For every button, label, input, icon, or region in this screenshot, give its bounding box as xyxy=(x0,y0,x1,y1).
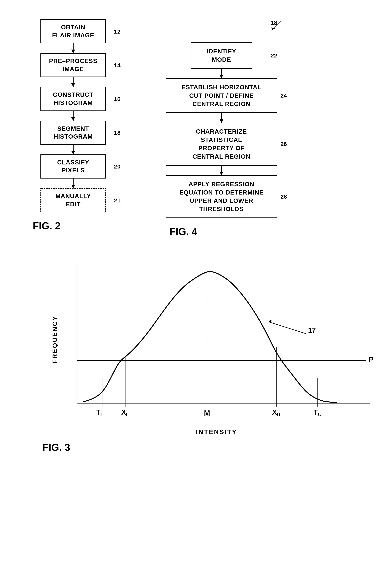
fig2-container: OBTAIN FLAIR IMAGE 12 PRE–PROCESS IMAGE … xyxy=(27,19,119,231)
manually-edit-label: 21 xyxy=(114,196,121,204)
fig4-arrow-indicator xyxy=(266,19,289,33)
tl-label: TL xyxy=(96,408,103,417)
fig2-caption: FIG. 2 xyxy=(27,220,60,231)
fig3-chart-svg: P TL xyxy=(42,253,379,426)
svg-line-15 xyxy=(269,322,306,334)
identify-mode-text: IDENTIFY MODE xyxy=(207,48,236,63)
chart-area: FREQUENCY xyxy=(42,253,379,426)
arrow-3 xyxy=(73,111,74,121)
fig3-section: FREQUENCY xyxy=(15,253,368,453)
pre-process-label: 14 xyxy=(114,61,121,69)
arrow-5 xyxy=(73,179,74,188)
apply-regression-text: APPLY REGRESSION EQUATION TO DETERMINE U… xyxy=(179,181,264,213)
establish-horizontal-box: ESTABLISH HORIZONTAL CUT POINT / DEFINE … xyxy=(166,78,277,113)
fig3-caption: FIG. 3 xyxy=(27,441,368,453)
segment-histogram-box: SEGMENT HISTOGRAM 18 xyxy=(40,121,106,145)
manually-edit-box: MANUALLY EDIT 21 xyxy=(40,188,106,212)
curve-label: 17 xyxy=(308,326,316,334)
characterize-statistical-text: CHARACTERIZE STATISTICAL PROPERTY OF CEN… xyxy=(192,128,250,160)
manually-edit-text: MANUALLY EDIT xyxy=(56,193,91,208)
apply-regression-box: APPLY REGRESSION EQUATION TO DETERMINE U… xyxy=(166,175,277,218)
fig4-arrow-2 xyxy=(221,113,222,123)
fig2-flowchart: OBTAIN FLAIR IMAGE 12 PRE–PROCESS IMAGE … xyxy=(40,19,106,212)
fig4-arrow-3 xyxy=(221,166,222,175)
identify-mode-box: IDENTIFY MODE xyxy=(191,42,252,69)
tu-label: TU xyxy=(314,408,322,417)
classify-pixels-box: CLASSIFY PIXELS 20 xyxy=(40,154,106,179)
construct-histogram-text: CONSTRUCT HISTOGRAM xyxy=(53,91,93,106)
xl-label: XL xyxy=(121,408,129,417)
classify-pixels-text: CLASSIFY PIXELS xyxy=(57,159,89,174)
segment-histogram-label: 18 xyxy=(114,129,121,136)
figures-top-row: OBTAIN FLAIR IMAGE 12 PRE–PROCESS IMAGE … xyxy=(15,12,368,237)
fig4-container: 18 IDENTIFY MODE 22 xyxy=(154,19,289,237)
classify-pixels-label: 20 xyxy=(114,163,121,170)
p-label: P xyxy=(369,356,374,364)
pre-process-text: PRE–PROCESS IMAGE xyxy=(49,58,97,72)
obtain-flair-text: OBTAIN FLAIR IMAGE xyxy=(52,24,94,39)
xu-label: XU xyxy=(272,408,281,417)
m-label: M xyxy=(204,409,210,417)
fig4-arrow-1 xyxy=(221,69,222,78)
fig4-caption: FIG. 4 xyxy=(154,226,197,237)
establish-horizontal-label: 24 xyxy=(281,92,287,99)
obtain-flair-box: OBTAIN FLAIR IMAGE 12 xyxy=(40,19,106,43)
arrow-1 xyxy=(73,43,74,53)
establish-horizontal-text: ESTABLISH HORIZONTAL CUT POINT / DEFINE … xyxy=(181,84,261,107)
arrow-2 xyxy=(73,77,74,87)
obtain-flair-label: 12 xyxy=(114,28,121,35)
characterize-statistical-box: CHARACTERIZE STATISTICAL PROPERTY OF CEN… xyxy=(166,123,277,166)
svg-line-0 xyxy=(273,21,281,29)
segment-histogram-text: SEGMENT HISTOGRAM xyxy=(54,125,93,140)
fig4-flowchart: IDENTIFY MODE 22 ESTABLISH HORIZONTAL CU… xyxy=(154,42,289,218)
construct-histogram-box: CONSTRUCT HISTOGRAM 16 xyxy=(40,87,106,111)
apply-regression-label: 28 xyxy=(281,193,287,200)
characterize-statistical-label: 26 xyxy=(281,141,287,147)
identify-mode-label: 22 xyxy=(271,52,277,59)
construct-histogram-label: 16 xyxy=(114,95,121,103)
svg-marker-16 xyxy=(268,320,271,323)
x-axis-label: INTENSITY xyxy=(27,428,368,436)
arrow-4 xyxy=(73,145,74,154)
page-container: OBTAIN FLAIR IMAGE 12 PRE–PROCESS IMAGE … xyxy=(0,0,383,588)
pre-process-box: PRE–PROCESS IMAGE 14 xyxy=(40,53,106,77)
